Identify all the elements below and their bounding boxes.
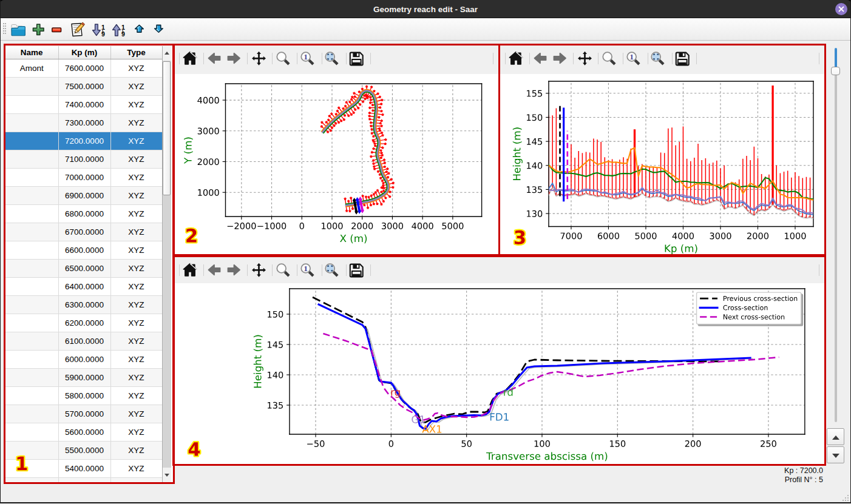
svg-text:1: 1 <box>303 264 308 273</box>
svg-text:1: 1 <box>101 24 105 31</box>
svg-text:9: 9 <box>121 30 125 38</box>
svg-text:1: 1 <box>303 52 308 61</box>
svg-text:9: 9 <box>101 30 105 38</box>
svg-text:1: 1 <box>121 24 125 31</box>
svg-text:1: 1 <box>629 52 634 61</box>
